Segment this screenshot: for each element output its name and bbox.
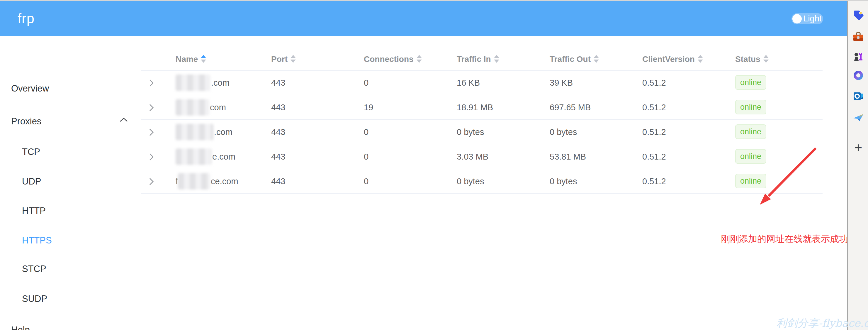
censored-name-block	[178, 173, 210, 189]
table-row: .com443016 KB39 KB0.51.2online	[141, 70, 823, 95]
cell-name: .com	[176, 70, 229, 95]
sidebar-item-stcp[interactable]: STCP	[22, 263, 46, 275]
sidebar-item-tcp[interactable]: TCP	[22, 146, 40, 158]
expand-row-icon[interactable]	[149, 177, 154, 186]
theme-toggle-knob-icon[interactable]	[793, 14, 802, 24]
sidebar-item-sudp[interactable]: SUDP	[22, 293, 47, 305]
cell-port: 443	[271, 169, 285, 193]
censored-name-block	[176, 99, 209, 116]
watermark-text: 利剑分享-flybace.com	[776, 316, 868, 330]
annotation-text: 刚刚添加的网址在线就表示成功	[721, 233, 856, 245]
sidebar-item-https[interactable]: HTTPS	[22, 234, 52, 247]
toolbox-icon[interactable]	[852, 30, 865, 43]
app-logo: frp	[18, 1, 35, 36]
cell-port: 443	[271, 120, 285, 144]
cell-port: 443	[271, 144, 285, 169]
status-badge: online	[735, 124, 766, 139]
cell-traffic-in: 0 bytes	[457, 120, 484, 144]
column-header-name[interactable]: Name	[176, 48, 206, 70]
cell-traffic-out: 39 KB	[550, 70, 573, 95]
sidebar-item-overview[interactable]: Overview	[11, 82, 49, 95]
tag-icon[interactable]	[852, 9, 865, 22]
sort-arrows-icon[interactable]	[494, 55, 499, 63]
expand-row-icon[interactable]	[149, 153, 154, 161]
cell-port: 443	[271, 95, 285, 120]
cell-traffic-out: 697.65 MB	[550, 95, 591, 120]
column-header-connections[interactable]: Connections	[364, 48, 422, 70]
cell-traffic-in: 3.03 MB	[457, 144, 488, 169]
status-badge: online	[735, 174, 766, 188]
sidebar-item-proxies[interactable]: Proxies	[11, 115, 41, 128]
chess-icon[interactable]	[852, 50, 865, 63]
cell-name: fce.com	[176, 169, 238, 193]
cell-connections: 0	[364, 144, 369, 169]
column-header-traffic-out[interactable]: Traffic Out	[550, 48, 599, 70]
table-header-row: NamePortConnectionsTraffic InTraffic Out…	[141, 48, 823, 71]
censored-name-block	[176, 74, 211, 91]
cell-connections: 19	[364, 95, 373, 120]
paper-plane-icon[interactable]	[852, 112, 865, 124]
theme-toggle[interactable]: Light	[792, 13, 823, 24]
table-row: .com44300 bytes0 bytes0.51.2online	[141, 120, 823, 144]
proxies-table: NamePortConnectionsTraffic InTraffic Out…	[141, 36, 823, 200]
status-badge: online	[735, 100, 766, 114]
expand-row-icon[interactable]	[149, 103, 154, 112]
status-badge: online	[735, 149, 766, 164]
expand-row-icon[interactable]	[149, 128, 154, 137]
column-header-port[interactable]: Port	[271, 48, 296, 70]
office-ring-icon[interactable]	[852, 69, 865, 82]
cell-name: com	[176, 95, 226, 120]
cell-client-version: 0.51.2	[642, 169, 666, 193]
censored-name-block	[176, 124, 213, 140]
sort-arrows-icon[interactable]	[416, 55, 422, 63]
cell-traffic-out: 0 bytes	[550, 120, 577, 144]
cell-port: 443	[271, 70, 285, 95]
add-bookmark-icon[interactable]: +	[852, 141, 865, 154]
sidebar-item-udp[interactable]: UDP	[22, 175, 41, 188]
censored-name-block	[176, 148, 212, 165]
sidebar-item-http[interactable]: HTTP	[22, 205, 46, 217]
table-row: e.com44303.03 MB53.81 MB0.51.2online	[141, 144, 823, 169]
table-row: fce.com44300 bytes0 bytes0.51.2online	[141, 169, 823, 193]
cell-client-version: 0.51.2	[642, 120, 666, 144]
favorites-bar: +	[847, 0, 868, 330]
cell-name: e.com	[176, 144, 236, 169]
expand-row-icon[interactable]	[149, 79, 154, 87]
sort-arrows-icon[interactable]	[201, 55, 206, 63]
column-header-clientversion[interactable]: ClientVersion	[642, 48, 703, 70]
window-top-edge	[0, 0, 868, 1]
cell-traffic-in: 16 KB	[457, 70, 480, 95]
theme-toggle-label: Light	[803, 13, 822, 24]
cell-connections: 0	[364, 120, 369, 144]
cell-connections: 0	[364, 70, 369, 95]
cell-client-version: 0.51.2	[642, 70, 666, 95]
cell-traffic-out: 53.81 MB	[550, 144, 586, 169]
cell-traffic-in: 0 bytes	[457, 169, 484, 193]
cell-traffic-out: 0 bytes	[550, 169, 577, 193]
cell-client-version: 0.51.2	[642, 95, 666, 120]
chevron-up-icon[interactable]	[120, 117, 128, 122]
sort-arrows-icon[interactable]	[594, 55, 599, 63]
cell-client-version: 0.51.2	[642, 144, 666, 169]
cell-connections: 0	[364, 169, 369, 193]
outlook-icon[interactable]	[852, 90, 865, 103]
status-badge: online	[735, 75, 766, 90]
cell-traffic-in: 18.91 MB	[457, 95, 493, 120]
sort-arrows-icon[interactable]	[698, 55, 703, 63]
column-header-status[interactable]: Status	[735, 48, 769, 70]
app-header: frp Light	[0, 1, 847, 36]
column-header-traffic-in[interactable]: Traffic In	[457, 48, 499, 70]
cell-name: .com	[176, 120, 232, 144]
sidebar: Overview Proxies TCP UDP HTTP HTTPS STCP…	[0, 36, 140, 310]
sort-arrows-icon[interactable]	[763, 55, 769, 63]
sidebar-item-help[interactable]: Help	[11, 324, 30, 330]
sort-arrows-icon[interactable]	[290, 55, 296, 63]
table-row: com4431918.91 MB697.65 MB0.51.2online	[141, 95, 823, 120]
